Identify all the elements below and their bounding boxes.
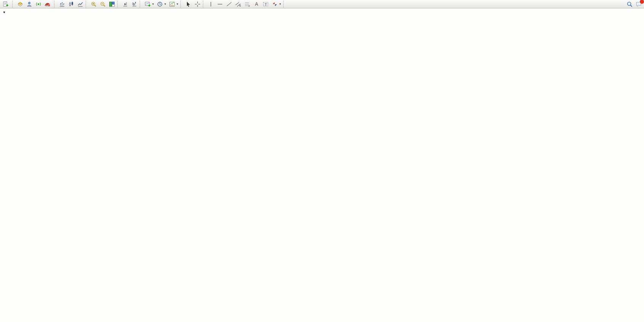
text-tool-button[interactable]: A xyxy=(252,0,261,8)
one-click-dropdown-icon[interactable]: ▼ xyxy=(3,11,6,14)
bar-chart-mode-button[interactable] xyxy=(57,0,67,8)
toolbar-separator xyxy=(203,1,206,8)
auto-scroll-icon xyxy=(122,1,128,7)
line-chart-icon xyxy=(77,1,83,7)
candlestick-mode-button[interactable] xyxy=(67,0,76,8)
indicators-icon xyxy=(145,1,151,7)
new-order-button[interactable] xyxy=(1,0,11,8)
crosshair-tool-button[interactable] xyxy=(193,0,202,8)
horizontal-line-tool-button[interactable] xyxy=(215,0,225,8)
toolbar-separator xyxy=(54,1,57,8)
zoom-in-button[interactable] xyxy=(89,0,98,8)
arrows-tool-button[interactable]: ▾ xyxy=(270,0,282,8)
notifications-button[interactable] xyxy=(636,1,642,7)
periods-caret: ▾ xyxy=(164,2,166,6)
text-label-icon: T xyxy=(263,1,269,7)
cursor-tool-button[interactable] xyxy=(184,0,193,8)
toolbar-separator xyxy=(180,1,183,8)
autotrading-button[interactable] xyxy=(43,0,53,8)
tile-windows-icon xyxy=(109,1,115,7)
zoom-out-button[interactable] xyxy=(98,0,107,8)
toolbar-separator xyxy=(86,1,88,8)
zoom-in-icon xyxy=(91,1,97,7)
horizontal-line-icon xyxy=(217,1,223,7)
candlestick-icon xyxy=(68,1,74,7)
trendline-icon xyxy=(226,1,232,7)
fibonacci-tool-button[interactable]: F xyxy=(243,0,252,8)
navigator-icon xyxy=(35,1,41,7)
auto-scroll-button[interactable] xyxy=(121,0,130,8)
chart-canvas[interactable] xyxy=(0,8,644,322)
chart-shift-icon xyxy=(131,1,137,7)
toolbar-separator xyxy=(117,1,120,8)
trendline-tool-button[interactable] xyxy=(225,0,234,8)
search-icon[interactable] xyxy=(626,1,633,7)
equidistant-channel-tool-button[interactable]: E xyxy=(234,0,243,8)
toolbar-separator xyxy=(140,1,142,8)
indicators-caret: ▾ xyxy=(152,2,154,6)
navigator-button[interactable] xyxy=(34,0,43,8)
chart-window: ▼ xyxy=(0,8,644,322)
templates-icon xyxy=(169,1,175,7)
arrows-caret: ▾ xyxy=(279,2,281,6)
periods-button[interactable]: ▾ xyxy=(155,0,167,8)
toolbar-separator xyxy=(283,1,286,8)
cursor-icon xyxy=(185,1,191,7)
svg-text:A: A xyxy=(255,2,258,7)
text-icon: A xyxy=(253,1,260,7)
svg-text:F: F xyxy=(249,5,250,7)
templates-button[interactable]: ▾ xyxy=(167,0,180,8)
periods-clock-icon xyxy=(157,1,163,7)
line-chart-mode-button[interactable] xyxy=(76,0,85,8)
toolbar-separator xyxy=(12,1,15,8)
svg-text:T: T xyxy=(265,2,267,6)
new-order-icon xyxy=(3,1,9,7)
vertical-line-icon xyxy=(208,1,214,7)
text-label-tool-button[interactable]: T xyxy=(261,0,270,8)
fibonacci-icon: F xyxy=(244,1,250,7)
indicators-button[interactable]: ▾ xyxy=(143,0,155,8)
crosshair-icon xyxy=(194,1,201,7)
market-watch-button[interactable] xyxy=(16,0,25,8)
vertical-line-tool-button[interactable] xyxy=(206,0,215,8)
chart-title: ▼ xyxy=(3,11,10,14)
chart-shift-button[interactable] xyxy=(130,0,139,8)
autotrading-icon xyxy=(45,1,51,7)
main-toolbar: ▾ ▾ ▾ E xyxy=(0,0,644,8)
market-watch-icon xyxy=(17,1,23,7)
templates-caret: ▾ xyxy=(177,2,178,6)
notification-badge xyxy=(639,0,644,4)
svg-text:E: E xyxy=(239,5,241,7)
bar-chart-icon xyxy=(59,1,65,7)
tile-windows-button[interactable] xyxy=(107,0,116,8)
data-window-icon xyxy=(26,1,32,7)
channel-icon: E xyxy=(235,1,241,7)
arrows-icon xyxy=(272,1,278,7)
data-window-button[interactable] xyxy=(25,0,34,8)
zoom-out-icon xyxy=(100,1,106,7)
